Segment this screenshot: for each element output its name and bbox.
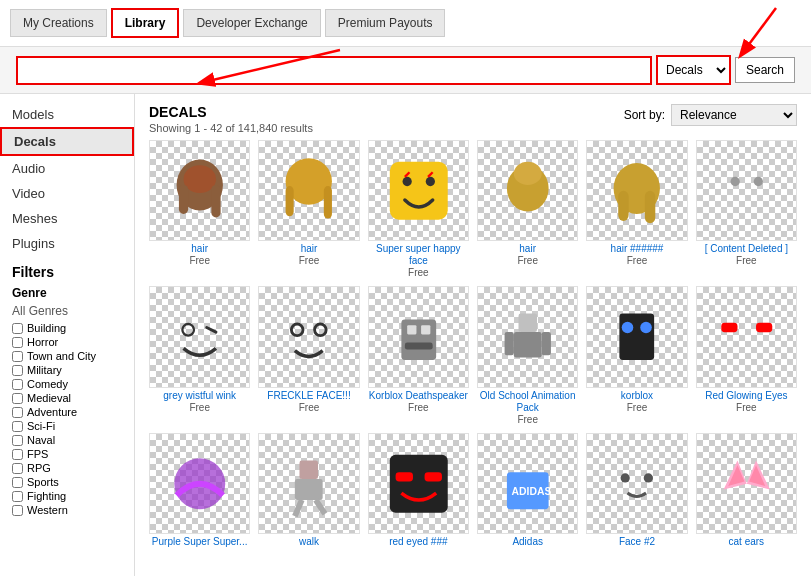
nav-tab-developer-exchange[interactable]: Developer Exchange: [183, 9, 320, 37]
sidebar: Models Decals Audio Video Meshes Plugins…: [0, 94, 135, 576]
search-input[interactable]: [16, 56, 652, 85]
item-name[interactable]: hair: [301, 243, 318, 255]
svg-rect-18: [645, 191, 655, 223]
genre-checkbox[interactable]: [12, 393, 23, 404]
sidebar-item-audio[interactable]: Audio: [0, 156, 134, 181]
item-thumbnail[interactable]: [258, 140, 359, 241]
genre-item: Comedy: [12, 378, 122, 390]
genre-item: Sci-Fi: [12, 420, 122, 432]
sidebar-item-models[interactable]: Models: [0, 102, 134, 127]
genre-checkbox[interactable]: [12, 491, 23, 502]
genre-checkbox[interactable]: [12, 323, 23, 334]
genre-checkbox[interactable]: [12, 337, 23, 348]
svg-rect-31: [504, 332, 513, 355]
search-button[interactable]: Search: [735, 57, 795, 83]
item-name[interactable]: walk: [299, 536, 319, 548]
item-thumbnail[interactable]: [477, 140, 578, 241]
nav-tab-premium-payouts[interactable]: Premium Payouts: [325, 9, 446, 37]
item-thumbnail[interactable]: [586, 433, 687, 534]
item-thumbnail[interactable]: [696, 433, 797, 534]
item-thumbnail[interactable]: [258, 286, 359, 387]
item-thumbnail[interactable]: [149, 433, 250, 534]
item-name[interactable]: hair: [519, 243, 536, 255]
sidebar-item-decals[interactable]: Decals: [0, 127, 134, 156]
genre-checkbox[interactable]: [12, 463, 23, 474]
list-item: red eyed ###: [368, 433, 469, 548]
item-name[interactable]: Super super happy face: [368, 243, 469, 267]
sidebar-item-plugins[interactable]: Plugins: [0, 231, 134, 256]
item-thumbnail[interactable]: [586, 286, 687, 387]
sidebar-item-video[interactable]: Video: [0, 181, 134, 206]
item-thumbnail[interactable]: ADIDAS: [477, 433, 578, 534]
item-name[interactable]: Old School Animation Pack: [477, 390, 578, 414]
item-thumbnail[interactable]: [368, 286, 469, 387]
genre-checkbox[interactable]: [12, 351, 23, 362]
item-name[interactable]: cat ears: [729, 536, 765, 548]
svg-rect-5: [211, 185, 220, 217]
item-thumbnail[interactable]: [696, 286, 797, 387]
genre-checkbox[interactable]: [12, 505, 23, 516]
genre-item: Western: [12, 504, 122, 516]
genre-item: Sports: [12, 476, 122, 488]
item-price: Free: [517, 255, 538, 266]
svg-rect-44: [395, 472, 412, 481]
genre-checkbox[interactable]: [12, 379, 23, 390]
item-name[interactable]: grey wistful wink: [163, 390, 236, 402]
nav-tab-library[interactable]: Library: [111, 8, 180, 38]
item-thumbnail[interactable]: [149, 286, 250, 387]
item-thumbnail[interactable]: [258, 433, 359, 534]
item-name[interactable]: Purple Super Super...: [152, 536, 248, 548]
item-price: Free: [299, 402, 320, 413]
list-item: ADIDAS Adidas: [477, 433, 578, 548]
item-thumbnail[interactable]: [586, 140, 687, 241]
item-name[interactable]: hair: [191, 243, 208, 255]
item-name[interactable]: korblox: [621, 390, 653, 402]
svg-rect-29: [518, 314, 537, 333]
genre-label: Horror: [27, 336, 58, 348]
sidebar-item-meshes[interactable]: Meshes: [0, 206, 134, 231]
list-item: korblox Free: [586, 286, 687, 424]
nav-tab-my-creations[interactable]: My Creations: [10, 9, 107, 37]
genre-label: Comedy: [27, 378, 68, 390]
svg-rect-30: [514, 332, 542, 357]
svg-point-15: [514, 162, 542, 185]
svg-rect-40: [295, 479, 323, 500]
item-price: Free: [627, 402, 648, 413]
search-dropdown[interactable]: Decals Models Audio Video Meshes Plugins: [656, 55, 731, 85]
content-subtitle: Showing 1 - 42 of 141,840 results: [149, 122, 313, 134]
item-thumbnail[interactable]: [149, 140, 250, 241]
sort-select[interactable]: Relevance Most Favorited Recently Update…: [671, 104, 797, 126]
genre-item: Building: [12, 322, 122, 334]
genre-checkbox[interactable]: [12, 365, 23, 376]
svg-point-23: [292, 324, 304, 336]
item-price: Free: [736, 255, 757, 266]
content-title: DECALS: [149, 104, 313, 120]
item-thumbnail[interactable]: [368, 433, 469, 534]
list-item: grey wistful wink Free: [149, 286, 250, 424]
list-item: hair Free: [149, 140, 250, 278]
item-name[interactable]: hair ######: [611, 243, 664, 255]
genre-checkbox[interactable]: [12, 435, 23, 446]
item-name[interactable]: red eyed ###: [389, 536, 447, 548]
genre-checkbox[interactable]: [12, 477, 23, 488]
item-name[interactable]: Face #2: [619, 536, 655, 548]
genre-checkbox[interactable]: [12, 407, 23, 418]
list-item: Face #2: [586, 433, 687, 548]
genre-item: RPG: [12, 462, 122, 474]
genre-checkbox[interactable]: [12, 449, 23, 460]
svg-rect-17: [618, 191, 628, 221]
genre-checkbox[interactable]: [12, 421, 23, 432]
item-name[interactable]: [ Content Deleted ]: [705, 243, 788, 255]
item-thumbnail[interactable]: [696, 140, 797, 241]
item-thumbnail[interactable]: [477, 286, 578, 387]
item-thumbnail[interactable]: [368, 140, 469, 241]
svg-rect-45: [424, 472, 441, 481]
item-name[interactable]: FRECKLE FACE!!!: [267, 390, 350, 402]
item-name[interactable]: Korblox Deathspeaker: [369, 390, 468, 402]
svg-line-42: [316, 500, 325, 514]
svg-point-21: [182, 324, 194, 336]
svg-rect-33: [620, 314, 655, 360]
item-name[interactable]: Adidas: [512, 536, 543, 548]
item-price: Free: [189, 255, 210, 266]
item-name[interactable]: Red Glowing Eyes: [705, 390, 787, 402]
